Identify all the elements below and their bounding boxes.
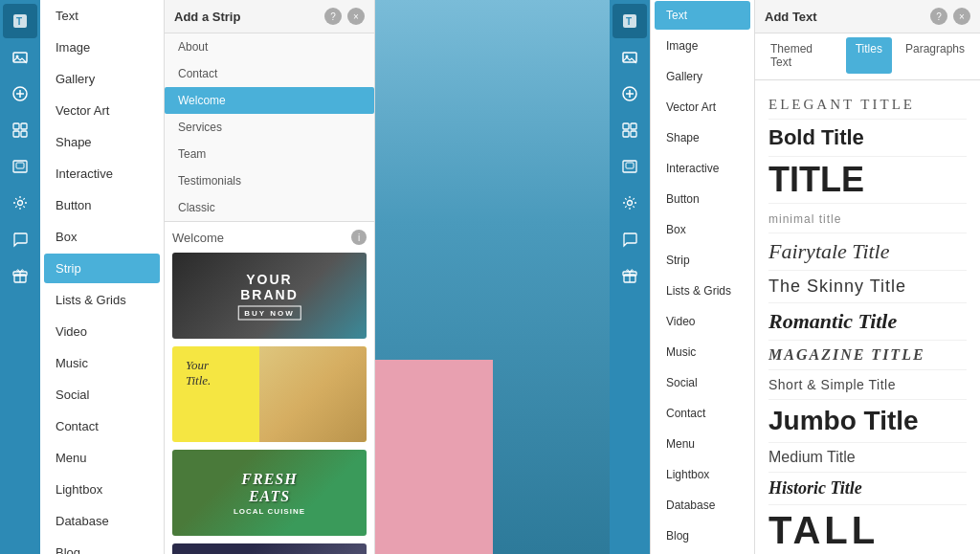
strip-info-icon[interactable]: i: [351, 230, 367, 245]
left-panel-item-lightbox[interactable]: Lightbox: [44, 475, 160, 504]
svg-rect-9: [13, 131, 19, 137]
text-style-medium-title[interactable]: Medium Title: [768, 443, 967, 473]
left-panel: Text Image Gallery Vector Art Shape Inte…: [40, 0, 165, 554]
left-panel-item-contact[interactable]: Contact: [44, 411, 160, 441]
text-style-skinny-title[interactable]: The Skinny Title: [768, 271, 967, 303]
sub-tab-paragraphs[interactable]: Paragraphs: [896, 37, 974, 74]
add-text-panel: Add Text ? × Themed Text Titles Paragrap…: [755, 0, 980, 554]
toolbar-gift-icon[interactable]: [3, 258, 37, 293]
strip-preview-your-title-text: YourTitle.: [172, 346, 224, 400]
right-panel-item-strip[interactable]: Strip: [655, 246, 750, 275]
right-toolbar-settings-icon[interactable]: [612, 186, 647, 220]
left-panel-item-menu[interactable]: Menu: [44, 443, 160, 473]
text-style-tall-title[interactable]: TALL TITLE: [768, 505, 967, 554]
toolbar-chat-icon[interactable]: [3, 222, 37, 256]
right-panel-item-button[interactable]: Button: [655, 185, 750, 213]
add-text-help-button[interactable]: ?: [930, 8, 947, 25]
toolbar-photo-icon[interactable]: [3, 149, 37, 184]
right-toolbar-add-icon[interactable]: [612, 77, 647, 111]
right-panel-item-box[interactable]: Box: [655, 215, 750, 244]
toolbar-image-icon[interactable]: [3, 40, 37, 75]
strip-nav-contact[interactable]: Contact: [165, 60, 374, 87]
svg-text:T: T: [626, 16, 632, 27]
strip-nav-welcome[interactable]: Welcome: [165, 87, 374, 114]
left-panel-item-text[interactable]: Text: [44, 1, 160, 31]
left-panel-item-interactive[interactable]: Interactive: [44, 159, 160, 188]
left-panel-item-video[interactable]: Video: [44, 317, 160, 346]
strip-preview-fresh-eats[interactable]: Fresh Eats LOCAL CUISINE: [172, 450, 367, 536]
svg-rect-10: [21, 131, 27, 137]
right-panel-item-menu[interactable]: Menu: [655, 430, 750, 458]
strip-search-label: Welcome: [172, 231, 224, 245]
right-panel-item-image[interactable]: Image: [655, 32, 750, 60]
strip-help-button[interactable]: ?: [324, 8, 342, 25]
strip-panel-controls: ? ×: [324, 8, 365, 25]
strip-close-button[interactable]: ×: [347, 8, 365, 25]
right-category-panel: Text Image Gallery Vector Art Shape Inte…: [650, 0, 755, 554]
text-style-jumbo-title[interactable]: Jumbo Title: [768, 400, 967, 443]
left-panel-item-button[interactable]: Button: [44, 190, 160, 220]
left-panel-item-database[interactable]: Database: [44, 506, 160, 536]
add-text-content: ELEGANT TITLE Bold Title TITLE minimal t…: [755, 80, 980, 554]
strip-nav-services[interactable]: Services: [165, 114, 374, 141]
short-simple-title-label: Short & Simple Title: [768, 377, 896, 392]
left-panel-item-shape[interactable]: Shape: [44, 127, 160, 157]
toolbar-components-icon[interactable]: [3, 113, 37, 147]
text-style-romantic-title[interactable]: Romantic Title: [768, 303, 967, 341]
left-panel-item-music[interactable]: Music: [44, 348, 160, 378]
strip-nav-about[interactable]: About: [165, 33, 374, 60]
bold-title-label: Bold Title: [768, 125, 864, 149]
right-panel-item-blog[interactable]: Blog: [655, 521, 750, 550]
sub-tab-titles[interactable]: Titles: [846, 37, 892, 74]
text-style-short-simple-title[interactable]: Short & Simple Title: [768, 370, 967, 400]
skinny-title-label: The Skinny Title: [768, 277, 906, 296]
right-panel-item-contact[interactable]: Contact: [655, 399, 750, 428]
text-style-big-title[interactable]: TITLE: [768, 157, 967, 204]
left-panel-item-lists[interactable]: Lists & Grids: [44, 285, 160, 315]
right-panel-item-database[interactable]: Database: [655, 491, 750, 520]
toolbar-settings-icon[interactable]: [3, 186, 37, 220]
left-panel-item-vector[interactable]: Vector Art: [44, 96, 160, 125]
text-style-minimal-title[interactable]: minimal title: [768, 204, 967, 233]
right-panel-item-video[interactable]: Video: [655, 307, 750, 336]
text-style-historic-title[interactable]: Historic Title: [768, 473, 967, 505]
svg-point-30: [628, 201, 633, 206]
right-panel-item-social[interactable]: Social: [655, 368, 750, 397]
strip-nav-team[interactable]: Team: [165, 141, 374, 167]
left-panel-item-box[interactable]: Box: [44, 222, 160, 252]
right-toolbar-components-icon[interactable]: [612, 113, 647, 147]
text-style-fairytale-title[interactable]: Fairytale Title: [768, 233, 967, 271]
strip-preview-your-brand[interactable]: YOURBRAND BUY NOW: [172, 253, 367, 339]
toolbar-add-icon[interactable]: [3, 77, 37, 111]
toolbar-text-icon[interactable]: T: [3, 4, 37, 38]
right-panel-item-gallery[interactable]: Gallery: [655, 62, 750, 91]
left-panel-item-gallery[interactable]: Gallery: [44, 64, 160, 94]
strip-nav-classic[interactable]: Classic: [165, 194, 374, 221]
right-panel-item-shape[interactable]: Shape: [655, 123, 750, 152]
sub-tab-themed-text[interactable]: Themed Text: [761, 37, 842, 74]
text-style-elegant-title[interactable]: ELEGANT TITLE: [768, 90, 967, 120]
right-panel-item-lightbox[interactable]: Lightbox: [655, 460, 750, 489]
right-toolbar-text-icon[interactable]: T: [612, 4, 647, 38]
right-toolbar-chat-icon[interactable]: [612, 222, 647, 256]
left-panel-item-blog[interactable]: Blog: [44, 538, 160, 554]
right-panel-item-text[interactable]: Text: [655, 1, 750, 30]
right-toolbar-gift-icon[interactable]: [612, 258, 647, 293]
strip-preview-combined[interactable]: 30 years of COMBINED EXPERIENCE The trus…: [172, 543, 367, 554]
strip-nav-testimonials[interactable]: Testimonials: [165, 167, 374, 194]
right-panel-item-interactive[interactable]: Interactive: [655, 154, 750, 183]
text-style-bold-title[interactable]: Bold Title: [768, 120, 967, 157]
strip-preview-your-title[interactable]: YourTitle.: [172, 346, 367, 442]
left-panel-item-strip[interactable]: Strip: [44, 254, 160, 283]
add-text-close-button[interactable]: ×: [953, 8, 970, 25]
right-toolbar-image-icon[interactable]: [612, 40, 647, 75]
strip-panel-header: Add a Strip ? ×: [165, 0, 374, 33]
right-panel-item-vector[interactable]: Vector Art: [655, 93, 750, 122]
text-style-magazine-title[interactable]: MAGAZINE TITLE: [768, 341, 967, 370]
right-panel-item-music[interactable]: Music: [655, 338, 750, 366]
right-toolbar-photo-icon[interactable]: [612, 149, 647, 184]
right-panel-item-lists[interactable]: Lists & Grids: [655, 277, 750, 305]
magazine-title-label: MAGAZINE TITLE: [768, 346, 925, 363]
left-panel-item-social[interactable]: Social: [44, 380, 160, 410]
left-panel-item-image[interactable]: Image: [44, 33, 160, 62]
